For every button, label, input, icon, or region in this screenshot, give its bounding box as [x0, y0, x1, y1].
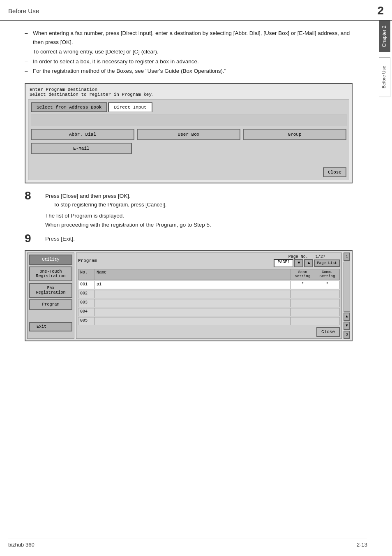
row3-comm: [315, 299, 339, 307]
screen2-top-row: Program Page No. 1/27 PAGE1 ▼ ▲: [78, 255, 340, 267]
screen2-pagelist-btn[interactable]: Page List: [314, 259, 340, 267]
step8-text: Press [Close] and then press [OK].: [45, 192, 353, 201]
screen1-inner: Select from Address Book Direct Input Ab…: [28, 100, 349, 180]
right-sidebar: Chapter 2 Before Use: [377, 0, 392, 556]
screen2-nav-group: PAGE1 ▼ ▲ Page List: [274, 259, 340, 267]
row1-name: p1: [95, 281, 290, 289]
table-row-2[interactable]: 002: [78, 290, 340, 298]
footer-pagenum: 2-13: [357, 542, 367, 548]
col-no-header: No.: [78, 269, 95, 280]
section-tab: Before Use: [379, 57, 390, 97]
screen1-title: Enter Program Destination Select destina…: [28, 86, 349, 98]
row3-scan: [290, 299, 315, 307]
screen2-onetouch-btn[interactable]: One-Touch Registration: [29, 266, 72, 281]
screen1-title-line2: Select destination to register in Progra…: [30, 92, 348, 97]
step9-content: Press [Exit].: [41, 234, 353, 243]
page-footer: bizhub 360 2-13: [8, 538, 367, 548]
screen1-tabs-row: Select from Address Book Direct Input: [31, 102, 346, 112]
tab-direct-input[interactable]: Direct Input: [108, 102, 152, 112]
screen2-utility-btn[interactable]: Utility: [29, 255, 72, 265]
step9-num: 9: [25, 233, 41, 244]
screen2-bottom-row: Close: [78, 327, 340, 337]
screen2-close-btn[interactable]: Close: [316, 327, 340, 337]
row1-comm: *: [315, 281, 339, 289]
screen1-btn-row1: Abbr. Dial User Box Group: [31, 129, 346, 140]
header-title: Before Use: [8, 7, 39, 14]
row4-no: 004: [78, 308, 95, 316]
row2-name: [95, 290, 290, 298]
bullet-list: When entering a fax number, press [Direc…: [25, 29, 353, 76]
step8-sub2: The list of Program is displayed.: [45, 211, 353, 220]
screen2-layout: Utility One-Touch Registration Fax Regis…: [27, 253, 350, 339]
scrollbar-num1: 1: [344, 253, 350, 261]
step9-text: Press [Exit].: [45, 234, 353, 243]
step9-row: 9 Press [Exit].: [25, 234, 353, 244]
row2-comm: [315, 290, 339, 298]
step8-num: 8: [25, 190, 41, 202]
bullet-item-2: To correct a wrong entry, use [Delete] o…: [25, 47, 353, 56]
step8-row: 8 Press [Close] and then press [OK]. To …: [25, 192, 353, 229]
step8-sub1: To stop registering the Program, press […: [45, 201, 353, 209]
screen2-page-input[interactable]: PAGE1: [274, 259, 293, 267]
screen2-page-group: Page No. 1/27 PAGE1 ▼ ▲ Page List: [274, 255, 340, 267]
row4-scan: [290, 308, 315, 316]
screen2-page-no-label: Page No. 1/27: [288, 255, 325, 259]
scrollbar-up[interactable]: ▲: [344, 313, 350, 321]
user-box-btn[interactable]: User Box: [137, 129, 240, 140]
screen2-scrollbar: 1 ▲ ▼ 3: [344, 253, 350, 339]
footer-product: bizhub 360: [8, 542, 35, 548]
row4-comm: [315, 308, 339, 316]
abbr-dial-btn[interactable]: Abbr. Dial: [31, 129, 134, 140]
col-comm-header: Comm. Setting: [315, 269, 339, 280]
scrollbar-down[interactable]: ▼: [344, 322, 350, 330]
table-row-1[interactable]: 001 p1 * *: [78, 281, 340, 289]
chapter-tab: Chapter 2: [379, 21, 390, 52]
row4-name: [95, 308, 290, 316]
table-row-4[interactable]: 004: [78, 308, 340, 316]
bullet-item-4: For the registration method of the Boxes…: [25, 67, 353, 76]
table-row-5[interactable]: 005: [78, 317, 340, 325]
bullet-item-3: In order to select a box, it is necessar…: [25, 57, 353, 66]
exit-btn[interactable]: Exit: [29, 322, 72, 331]
screen2: Utility One-Touch Registration Fax Regis…: [25, 250, 353, 342]
group-btn[interactable]: Group: [243, 129, 346, 140]
row1-scan: *: [290, 281, 315, 289]
step8-sub3: When proceeding with the registration of…: [45, 220, 353, 229]
row3-no: 003: [78, 299, 95, 307]
screen1-title-line1: Enter Program Destination: [30, 87, 348, 92]
row3-name: [95, 299, 290, 307]
email-btn[interactable]: E-Mail: [31, 143, 132, 154]
screen1-spacer: [31, 157, 346, 165]
row5-comm: [315, 317, 339, 325]
screen2-right-panel: Program Page No. 1/27 PAGE1 ▼ ▲: [76, 253, 342, 339]
scrollbar-track[interactable]: [344, 262, 350, 312]
row2-no: 002: [78, 290, 95, 298]
row5-scan: [290, 317, 315, 325]
bullet-item-1: When entering a fax number, press [Direc…: [25, 29, 353, 46]
col-scan-header: Scan Setting: [290, 269, 315, 280]
screen1-close-row: Close: [31, 167, 346, 177]
screen2-nav-down[interactable]: ▼: [294, 259, 303, 267]
main-content: When entering a fax number, press [Direc…: [0, 21, 377, 350]
step8-content: Press [Close] and then press [OK]. To st…: [41, 192, 353, 229]
row1-no: 001: [78, 281, 95, 289]
screen2-program-label: Program: [78, 258, 97, 263]
screen2-program-btn[interactable]: Program: [29, 299, 72, 310]
row5-no: 005: [78, 317, 95, 325]
screen1-content-area: [31, 114, 346, 126]
tab-address-book[interactable]: Select from Address Book: [31, 102, 107, 112]
screen2-left-panel: Utility One-Touch Registration Fax Regis…: [27, 253, 74, 339]
screen2-header-row: No. Name Scan Setting Comm. Setting: [78, 269, 340, 280]
screen1-close-btn[interactable]: Close: [323, 167, 346, 177]
screen2-nav-up[interactable]: ▲: [304, 259, 313, 267]
row2-scan: [290, 290, 315, 298]
screen2-faxreg-btn[interactable]: Fax Registration: [29, 283, 72, 298]
page-header: Before Use 2: [0, 0, 392, 21]
screen1-btn-row2: E-Mail: [31, 143, 346, 154]
screen2-right-wrapper: Program Page No. 1/27 PAGE1 ▼ ▲: [76, 253, 350, 339]
screen1: Enter Program Destination Select destina…: [25, 83, 353, 183]
row5-name: [95, 317, 290, 325]
table-row-3[interactable]: 003: [78, 299, 340, 307]
col-name-header: Name: [95, 269, 290, 280]
scrollbar-num3: 3: [344, 331, 350, 339]
